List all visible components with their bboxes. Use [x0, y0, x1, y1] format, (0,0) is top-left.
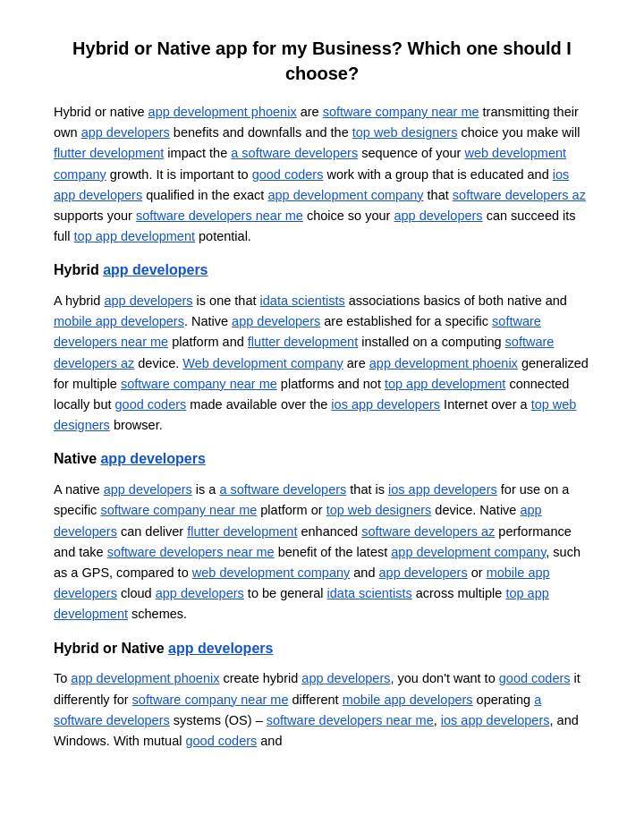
article-content: Hybrid or native app development phoenix…: [54, 102, 590, 752]
inline-link[interactable]: software company near me: [132, 693, 289, 707]
inline-link[interactable]: app developers: [379, 565, 468, 580]
text-span: schemes.: [128, 607, 187, 621]
inline-link[interactable]: software company near me: [121, 377, 277, 391]
text-span: associations basics of both native and: [345, 293, 567, 308]
inline-link[interactable]: software developers near me: [267, 713, 434, 727]
text-span: are: [297, 105, 323, 119]
inline-link[interactable]: ios app developers: [388, 482, 497, 497]
text-span: browser.: [110, 418, 163, 432]
section-heading-hybrid-native-heading: Hybrid or Native app developers: [54, 638, 590, 660]
text-span: potential.: [195, 229, 251, 243]
heading-link[interactable]: app developers: [103, 262, 208, 277]
inline-link[interactable]: a software developers: [231, 146, 358, 160]
text-span: that is: [346, 482, 388, 497]
inline-link[interactable]: good coders: [115, 397, 187, 412]
inline-link[interactable]: app development phoenix: [148, 105, 297, 119]
inline-link[interactable]: app development company: [391, 545, 546, 559]
inline-link[interactable]: good coders: [499, 671, 571, 685]
inline-link[interactable]: software developers az: [453, 188, 586, 202]
inline-link[interactable]: app developers: [232, 314, 320, 328]
text-span: choice so your: [303, 208, 394, 223]
inline-link[interactable]: top web designers: [326, 503, 432, 517]
text-span: device. Native: [431, 503, 520, 517]
text-span: cloud: [117, 586, 156, 600]
text-span: work with a group that is educated and: [323, 167, 552, 182]
inline-link[interactable]: top web designers: [352, 125, 458, 140]
inline-link[interactable]: app developers: [81, 125, 170, 140]
inline-link[interactable]: app development phoenix: [369, 356, 518, 370]
text-span: platform or: [257, 503, 326, 517]
inline-link[interactable]: app developers: [394, 208, 482, 223]
text-span: impact the: [164, 146, 231, 160]
paragraph-native-body: A native app developers is a a software …: [54, 480, 590, 625]
text-span: is a: [192, 482, 220, 497]
section-heading-hybrid-heading: Hybrid app developers: [54, 259, 590, 282]
inline-link[interactable]: software developers near me: [107, 545, 275, 559]
text-span: are established for a specific: [320, 314, 492, 328]
text-span: different: [288, 693, 342, 707]
inline-link[interactable]: good coders: [252, 167, 324, 182]
inline-link[interactable]: idata scientists: [327, 586, 412, 600]
text-span: systems (OS) –: [170, 713, 267, 727]
text-span: enhanced: [297, 524, 361, 539]
inline-link[interactable]: mobile app developers: [343, 693, 473, 707]
text-span: that: [424, 188, 453, 202]
inline-link[interactable]: a software developers: [219, 482, 346, 497]
inline-link[interactable]: app developers: [104, 293, 192, 308]
inline-link[interactable]: flutter development: [187, 524, 297, 539]
inline-link[interactable]: good coders: [185, 734, 257, 748]
text-span: supports your: [54, 208, 136, 223]
text-span: operating: [473, 693, 535, 707]
text-span: , you don't want to: [390, 671, 498, 685]
inline-link[interactable]: software developers az: [361, 524, 495, 539]
heading-link[interactable]: app developers: [100, 451, 205, 466]
text-span: A native: [54, 482, 104, 497]
text-span: can deliver: [117, 524, 187, 539]
inline-link[interactable]: top app development: [385, 377, 505, 391]
inline-link[interactable]: mobile app developers: [54, 314, 184, 328]
inline-link[interactable]: app development phoenix: [71, 671, 219, 685]
text-span: benefits and downfalls and the: [170, 125, 352, 140]
text-span: Hybrid or native: [54, 105, 148, 119]
text-span: ,: [434, 713, 441, 727]
inline-link[interactable]: ios app developers: [441, 713, 550, 727]
text-span: Internet over a: [440, 397, 531, 412]
paragraph-intro: Hybrid or native app development phoenix…: [54, 102, 590, 247]
inline-link[interactable]: top app development: [74, 229, 195, 243]
text-span: or: [468, 565, 487, 580]
inline-link[interactable]: web development company: [192, 565, 351, 580]
inline-link[interactable]: app development company: [267, 188, 423, 202]
heading-link[interactable]: app developers: [168, 641, 273, 656]
text-span: made available over the: [186, 397, 331, 412]
text-span: to be general: [244, 586, 327, 600]
text-span: installed on a computing: [358, 335, 504, 349]
section-heading-native-heading: Native app developers: [54, 448, 590, 471]
inline-link[interactable]: ios app developers: [331, 397, 440, 412]
text-span: across multiple: [412, 586, 506, 600]
inline-link[interactable]: software company near me: [100, 503, 257, 517]
text-span: device.: [134, 356, 182, 370]
inline-link[interactable]: Web development company: [182, 356, 343, 370]
text-span: and: [350, 565, 378, 580]
text-span: To: [54, 671, 71, 685]
text-span: is one that: [193, 293, 260, 308]
text-span: qualified in the exact: [142, 188, 267, 202]
inline-link[interactable]: software company near me: [323, 105, 479, 119]
heading-prefix: Native: [54, 451, 100, 466]
heading-prefix: Hybrid or Native: [54, 641, 168, 656]
text-span: benefit of the latest: [275, 545, 392, 559]
inline-link[interactable]: app developers: [301, 671, 390, 685]
inline-link[interactable]: app developers: [104, 482, 192, 497]
inline-link[interactable]: flutter development: [54, 146, 164, 160]
paragraph-hybrid-body: A hybrid app developers is one that idat…: [54, 291, 590, 436]
text-span: create hybrid: [219, 671, 301, 685]
text-span: . Native: [184, 314, 232, 328]
text-span: sequence of your: [358, 146, 464, 160]
inline-link[interactable]: idata scientists: [260, 293, 345, 308]
text-span: A hybrid: [54, 293, 104, 308]
page-title: Hybrid or Native app for my Business? Wh…: [54, 36, 590, 86]
inline-link[interactable]: software developers near me: [136, 208, 303, 223]
text-span: are: [343, 356, 369, 370]
inline-link[interactable]: app developers: [156, 586, 244, 600]
inline-link[interactable]: flutter development: [248, 335, 358, 349]
